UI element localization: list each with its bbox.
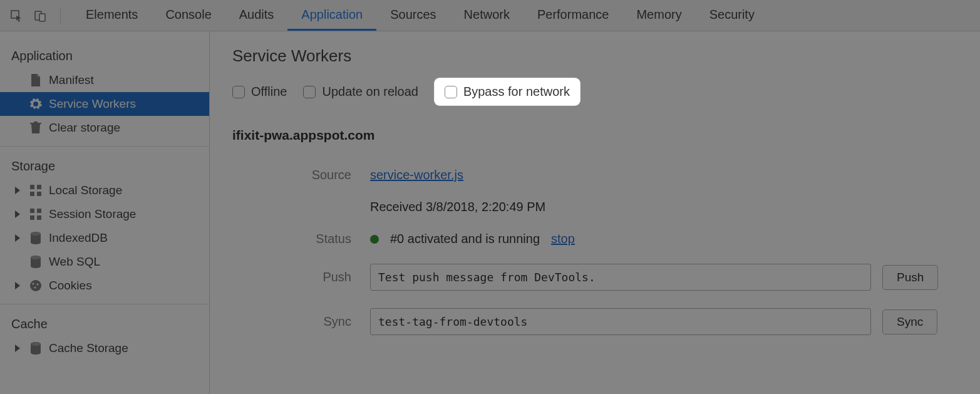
svg-rect-2 [39, 14, 45, 21]
tab-network[interactable]: Network [450, 0, 524, 31]
panel-title: Service Workers [232, 46, 957, 66]
svg-rect-8 [37, 209, 41, 213]
sidebar-item-label: Service Workers [49, 97, 136, 111]
sidebar-item-clear-storage[interactable]: Clear storage [0, 116, 209, 140]
tab-sources[interactable]: Sources [376, 0, 450, 31]
sidebar-item-indexeddb[interactable]: IndexedDB [0, 226, 209, 250]
devtools-tabs: Elements Console Audits Application Sour… [72, 0, 768, 31]
trash-icon [29, 121, 43, 135]
svg-rect-4 [37, 185, 41, 189]
svg-rect-5 [30, 192, 34, 196]
received-text: Received 3/8/2018, 2:20:49 PM [370, 200, 545, 214]
devtools-toolbar: Elements Console Audits Application Sour… [0, 0, 980, 31]
sidebar-item-label: Web SQL [49, 255, 100, 269]
svg-rect-10 [37, 215, 41, 220]
tab-performance[interactable]: Performance [524, 0, 623, 31]
svg-point-12 [31, 232, 41, 236]
grid-icon [29, 207, 43, 221]
row-label: Sync [232, 314, 370, 329]
sidebar-item-web-sql[interactable]: Web SQL [0, 250, 209, 274]
source-row: Source service-worker.js [232, 168, 957, 182]
stop-link[interactable]: stop [551, 232, 575, 246]
checkbox-icon [303, 86, 316, 98]
sidebar-item-label: Local Storage [49, 184, 122, 197]
tab-memory[interactable]: Memory [622, 0, 695, 31]
svg-point-14 [31, 256, 41, 259]
svg-rect-7 [30, 209, 34, 213]
status-dot-icon [370, 235, 379, 244]
status-text: #0 activated and is running [390, 232, 540, 246]
expand-arrow-icon [15, 234, 20, 242]
source-link[interactable]: service-worker.js [370, 168, 463, 182]
checkbox-icon [445, 86, 457, 98]
sidebar-item-label: Session Storage [49, 207, 136, 221]
db-icon [29, 341, 43, 355]
sync-row: Sync Sync [232, 308, 957, 335]
sidebar-divider [0, 146, 209, 147]
sidebar-item-cache-storage[interactable]: Cache Storage [0, 336, 209, 360]
file-icon [29, 73, 43, 87]
expand-arrow-icon [15, 345, 20, 352]
expand-arrow-icon [15, 210, 20, 218]
db-icon [29, 231, 43, 245]
service-worker-toggles: Offline Update on reload Bypass for netw… [232, 78, 957, 105]
svg-point-17 [37, 284, 39, 286]
push-button[interactable]: Push [882, 265, 938, 290]
sidebar-section-storage: Storage [0, 153, 209, 179]
svg-point-16 [33, 283, 34, 285]
main-panel: Service Workers Offline Update on reload… [210, 31, 980, 394]
row-label: Push [232, 270, 370, 284]
sync-button[interactable]: Sync [882, 309, 937, 334]
sidebar-item-service-workers[interactable]: Service Workers [0, 92, 209, 116]
tab-console[interactable]: Console [152, 0, 225, 31]
tab-security[interactable]: Security [696, 0, 768, 31]
svg-point-20 [31, 342, 41, 346]
sidebar-item-label: Manifest [49, 73, 94, 87]
toggle-device-icon[interactable] [31, 7, 49, 24]
checkbox-label: Update on reload [322, 85, 418, 99]
sidebar-divider [0, 304, 209, 304]
grid-icon [29, 184, 43, 197]
bypass-for-network-checkbox[interactable]: Bypass for network [435, 78, 580, 105]
sidebar-item-session-storage[interactable]: Session Storage [0, 202, 209, 226]
inspect-element-icon[interactable] [8, 7, 25, 24]
sidebar-item-label: Cache Storage [49, 341, 128, 355]
svg-point-18 [34, 287, 36, 289]
checkbox-label: Offline [251, 85, 287, 99]
sidebar-item-label: Clear storage [49, 121, 120, 135]
status-row: Status #0 activated and is running stop [232, 232, 957, 246]
svg-rect-3 [30, 185, 34, 189]
cookie-icon [29, 279, 43, 293]
row-label: Source [232, 168, 370, 182]
tab-audits[interactable]: Audits [225, 0, 288, 31]
tab-application[interactable]: Application [287, 0, 376, 31]
application-sidebar: Application Manifest Service Workers Cle… [0, 31, 210, 394]
expand-arrow-icon [15, 282, 20, 289]
row-label: Status [232, 232, 370, 246]
sidebar-item-label: Cookies [49, 279, 92, 293]
toolbar-divider [60, 8, 61, 24]
sidebar-item-local-storage[interactable]: Local Storage [0, 179, 209, 202]
sidebar-section-application: Application [0, 43, 209, 68]
svg-rect-6 [37, 192, 41, 196]
sidebar-item-label: IndexedDB [49, 231, 108, 245]
checkbox-icon [232, 86, 245, 98]
checkbox-label: Bypass for network [463, 85, 570, 99]
offline-checkbox[interactable]: Offline [232, 85, 287, 99]
sidebar-item-cookies[interactable]: Cookies [0, 274, 209, 298]
sidebar-section-cache: Cache [0, 311, 209, 336]
push-input[interactable] [370, 264, 871, 291]
tab-elements[interactable]: Elements [72, 0, 152, 31]
expand-arrow-icon [15, 187, 20, 194]
gear-icon [29, 97, 43, 111]
push-row: Push Push [232, 264, 957, 291]
received-row: Received 3/8/2018, 2:20:49 PM [232, 200, 957, 214]
sidebar-item-manifest[interactable]: Manifest [0, 68, 209, 92]
service-worker-origin: ifixit-pwa.appspot.com [232, 128, 957, 143]
sync-input[interactable] [370, 308, 871, 335]
svg-point-15 [30, 280, 41, 291]
db-icon [29, 255, 43, 269]
update-on-reload-checkbox[interactable]: Update on reload [303, 85, 418, 99]
svg-rect-9 [30, 215, 34, 220]
